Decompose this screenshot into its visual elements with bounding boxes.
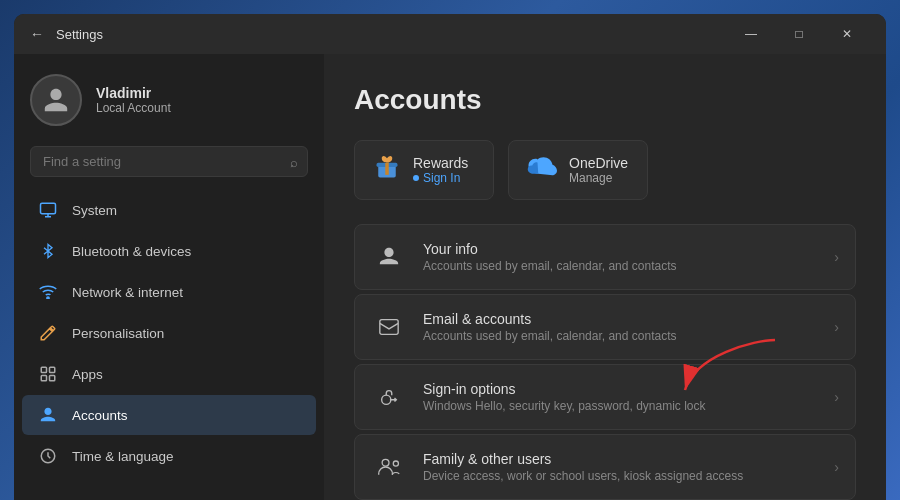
minimize-button[interactable]: — bbox=[728, 18, 774, 50]
apps-icon bbox=[38, 364, 58, 384]
quick-tiles: Rewards Sign In bbox=[354, 140, 856, 200]
family-item[interactable]: Family & other users Device access, work… bbox=[354, 434, 856, 500]
rewards-sub: Sign In bbox=[413, 171, 468, 185]
email-text: Email & accounts Accounts used by email,… bbox=[423, 311, 818, 343]
system-icon bbox=[38, 200, 58, 220]
user-info: Vladimir Local Account bbox=[96, 85, 171, 115]
email-desc: Accounts used by email, calendar, and co… bbox=[423, 329, 818, 343]
svg-rect-3 bbox=[50, 367, 55, 372]
svg-point-11 bbox=[382, 395, 391, 404]
sidebar-item-apps[interactable]: Apps bbox=[22, 354, 316, 394]
sidebar-item-network[interactable]: Network & internet bbox=[22, 272, 316, 312]
title-bar: ← Settings — □ ✕ bbox=[14, 14, 886, 54]
family-text: Family & other users Device access, work… bbox=[423, 451, 818, 483]
bluetooth-label: Bluetooth & devices bbox=[72, 244, 191, 259]
content-area: Vladimir Local Account ⌕ System bbox=[14, 54, 886, 500]
sign-in-chevron: › bbox=[834, 389, 839, 405]
onedrive-tile[interactable]: OneDrive Manage bbox=[508, 140, 648, 200]
sidebar-item-time[interactable]: Time & language bbox=[22, 436, 316, 476]
onedrive-icon bbox=[527, 156, 557, 184]
window-controls: — □ ✕ bbox=[728, 18, 870, 50]
user-type: Local Account bbox=[96, 101, 171, 115]
rewards-tile[interactable]: Rewards Sign In bbox=[354, 140, 494, 200]
sign-in-title: Sign-in options bbox=[423, 381, 818, 397]
settings-list: Your info Accounts used by email, calend… bbox=[354, 224, 856, 500]
maximize-button[interactable]: □ bbox=[776, 18, 822, 50]
email-title: Email & accounts bbox=[423, 311, 818, 327]
nav-list: System Bluetooth & devices bbox=[14, 189, 324, 490]
sign-in-desc: Windows Hello, security key, password, d… bbox=[423, 399, 818, 413]
svg-rect-5 bbox=[50, 376, 55, 381]
personalisation-icon bbox=[38, 323, 58, 343]
sidebar-item-accounts[interactable]: Accounts bbox=[22, 395, 316, 435]
family-title: Family & other users bbox=[423, 451, 818, 467]
rewards-icon bbox=[373, 153, 401, 187]
sidebar-item-bluetooth[interactable]: Bluetooth & devices bbox=[22, 231, 316, 271]
your-info-title: Your info bbox=[423, 241, 818, 257]
svg-rect-10 bbox=[380, 320, 398, 335]
svg-rect-9 bbox=[385, 163, 389, 175]
settings-window: ← Settings — □ ✕ Vladimir Local Account bbox=[14, 14, 886, 500]
rewards-dot bbox=[413, 175, 419, 181]
accounts-icon bbox=[38, 405, 58, 425]
page-title: Accounts bbox=[354, 84, 856, 116]
sidebar-item-system[interactable]: System bbox=[22, 190, 316, 230]
onedrive-sub: Manage bbox=[569, 171, 628, 185]
svg-point-14 bbox=[393, 461, 398, 466]
time-label: Time & language bbox=[72, 449, 174, 464]
rewards-label: Rewards bbox=[413, 155, 468, 171]
family-desc: Device access, work or school users, kio… bbox=[423, 469, 818, 483]
email-icon bbox=[371, 309, 407, 345]
family-chevron: › bbox=[834, 459, 839, 475]
family-icon bbox=[371, 449, 407, 485]
search-input[interactable] bbox=[30, 146, 308, 177]
time-icon bbox=[38, 446, 58, 466]
network-label: Network & internet bbox=[72, 285, 183, 300]
your-info-desc: Accounts used by email, calendar, and co… bbox=[423, 259, 818, 273]
search-box[interactable]: ⌕ bbox=[30, 146, 308, 177]
network-icon bbox=[38, 282, 58, 302]
sign-in-icon bbox=[371, 379, 407, 415]
bluetooth-icon bbox=[38, 241, 58, 261]
svg-point-1 bbox=[47, 297, 49, 299]
svg-point-13 bbox=[382, 459, 389, 466]
svg-rect-2 bbox=[41, 367, 46, 372]
user-name: Vladimir bbox=[96, 85, 171, 101]
sidebar-item-personalisation[interactable]: Personalisation bbox=[22, 313, 316, 353]
system-label: System bbox=[72, 203, 117, 218]
email-accounts-item[interactable]: Email & accounts Accounts used by email,… bbox=[354, 294, 856, 360]
sign-in-text: Sign-in options Windows Hello, security … bbox=[423, 381, 818, 413]
back-button[interactable]: ← bbox=[30, 26, 44, 42]
close-button[interactable]: ✕ bbox=[824, 18, 870, 50]
avatar bbox=[30, 74, 82, 126]
window-title: Settings bbox=[56, 27, 728, 42]
your-info-chevron: › bbox=[834, 249, 839, 265]
user-profile[interactable]: Vladimir Local Account bbox=[14, 54, 324, 142]
apps-label: Apps bbox=[72, 367, 103, 382]
svg-rect-0 bbox=[41, 203, 56, 214]
your-info-icon bbox=[371, 239, 407, 275]
search-icon: ⌕ bbox=[290, 154, 298, 169]
svg-rect-4 bbox=[41, 376, 46, 381]
email-chevron: › bbox=[834, 319, 839, 335]
personalisation-label: Personalisation bbox=[72, 326, 164, 341]
main-content: Accounts Rewards bbox=[324, 54, 886, 500]
sidebar: Vladimir Local Account ⌕ System bbox=[14, 54, 324, 500]
rewards-text: Rewards Sign In bbox=[413, 155, 468, 185]
sign-in-item[interactable]: Sign-in options Windows Hello, security … bbox=[354, 364, 856, 430]
accounts-label: Accounts bbox=[72, 408, 128, 423]
your-info-text: Your info Accounts used by email, calend… bbox=[423, 241, 818, 273]
onedrive-label: OneDrive bbox=[569, 155, 628, 171]
onedrive-text: OneDrive Manage bbox=[569, 155, 628, 185]
your-info-item[interactable]: Your info Accounts used by email, calend… bbox=[354, 224, 856, 290]
